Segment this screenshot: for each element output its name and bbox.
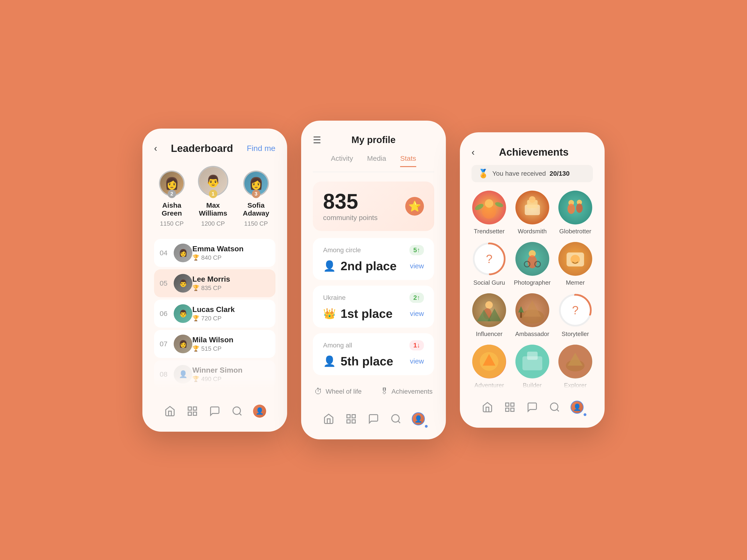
tab-activity[interactable]: Activity (331, 155, 353, 167)
list-cp-row-4: 🏆 840 CP (192, 254, 270, 261)
list-item-7[interactable]: 07 👩 Mila Wilson 🏆 515 CP (154, 330, 276, 358)
tab-media[interactable]: Media (367, 155, 386, 167)
top3-rank2[interactable]: 👩 2 Aisha Green 1150 CP (154, 170, 189, 227)
achievement-img-trendsetter (472, 191, 506, 224)
achievements-title: Achievements (474, 146, 593, 158)
points-number: 835 (323, 191, 378, 212)
svg-rect-1 (193, 407, 197, 410)
rank-badge-2: 2 (168, 190, 176, 198)
rank-card-circle: Among circle 5↑ 👤 2nd place view (313, 238, 434, 280)
view-link-2[interactable]: view (410, 310, 424, 318)
achievement-storyteller[interactable]: ? Storyteller (558, 293, 593, 338)
bottom-links: ⏱ Wheel of life 🎖 Achievements (313, 382, 434, 396)
nav-search[interactable] (231, 405, 244, 418)
view-link-3[interactable]: view (410, 357, 424, 365)
nav-grid-3[interactable] (503, 401, 516, 414)
rank-change-3: 1↓ (409, 340, 424, 350)
partial-ring-socialguru: ? (472, 242, 506, 276)
achievement-influencer[interactable]: Influencer (471, 293, 507, 338)
points-info: 835 community points (323, 191, 378, 222)
profile-screen: ☰ My profile Activity Media Stats 835 co… (301, 121, 446, 439)
svg-rect-57 (511, 403, 514, 406)
nav-home-3[interactable] (481, 401, 494, 414)
hamburger-icon[interactable]: ☰ (313, 135, 321, 145)
list-rank-7: 07 (160, 340, 174, 348)
svg-point-60 (550, 403, 558, 410)
achievements-icon: 🎖 (380, 387, 388, 396)
list-avatar-8: 👤 (174, 365, 192, 383)
nav-profile[interactable]: 👤 (253, 405, 266, 418)
achievement-name-wordsmith: Wordsmith (518, 228, 547, 235)
achievement-name-builder: Builder (523, 382, 542, 389)
achievement-adventurer[interactable]: Adventurer (471, 345, 507, 389)
back-button[interactable]: ‹ (154, 143, 157, 154)
list-item-6[interactable]: 06 👨 Lucas Clark 🏆 720 CP (154, 300, 276, 328)
achievement-name-influencer: Influencer (476, 330, 503, 338)
bottom-nav-3: 👤 (471, 394, 593, 416)
svg-rect-7 (352, 415, 355, 418)
top3-rank1[interactable]: 👨 1 Max Williams 1200 CP (194, 166, 232, 227)
achievement-ambassador[interactable]: Ambassador (514, 293, 551, 338)
list-cp-6: 720 CP (201, 315, 222, 322)
svg-rect-44 (520, 312, 522, 318)
achievement-globetrotter[interactable]: Globetrotter (558, 191, 593, 235)
achievements-link[interactable]: 🎖 Achievements (380, 387, 433, 396)
svg-rect-9 (352, 420, 355, 423)
achievement-trendsetter[interactable]: Trendsetter (471, 191, 507, 235)
achievement-explorer[interactable]: Explorer (558, 345, 593, 389)
avatar-wrap-rank1: 👨 1 (198, 166, 228, 196)
rank-section-label-1: Among circle (323, 246, 361, 254)
rank-card-circle-header: Among circle 5↑ (323, 245, 424, 255)
leaderboard-header: ‹ Leaderboard Find me (154, 142, 276, 154)
nav-profile-2[interactable]: 👤 (412, 412, 425, 425)
achievement-wordsmith[interactable]: Wordsmith (514, 191, 551, 235)
view-link-1[interactable]: view (410, 262, 424, 270)
achievements-back[interactable]: ‹ (471, 147, 474, 158)
svg-point-37 (485, 301, 493, 309)
nav-profile-3[interactable]: 👤 (570, 401, 584, 414)
rank-icon-1: 👤 (323, 260, 336, 272)
svg-rect-59 (511, 408, 514, 411)
list-info-6: Lucas Clark 🏆 720 CP (192, 305, 270, 322)
top3-rank3[interactable]: 👩 3 Sofia Adaway 1150 CP (236, 170, 276, 227)
nav-active-dot-3 (584, 413, 586, 416)
nav-home[interactable] (163, 405, 177, 418)
nav-msg-3[interactable] (526, 401, 539, 414)
list-cp-row-6: 🏆 720 CP (192, 315, 270, 322)
rank-place-1: 2nd place (341, 259, 396, 273)
list-item-highlighted[interactable]: 05 👨 Lee Morris 🏆 835 CP (154, 269, 276, 297)
nav-list[interactable] (186, 405, 199, 418)
nav-search-2[interactable] (389, 412, 403, 425)
list-info-5: Lee Morris 🏆 835 CP (192, 275, 270, 292)
nav-chat[interactable] (208, 405, 221, 418)
wheel-of-life-link[interactable]: ⏱ Wheel of life (314, 387, 362, 396)
svg-rect-2 (188, 412, 191, 415)
star-badge: ⭐ (405, 197, 424, 216)
find-me-button[interactable]: Find me (247, 144, 276, 153)
achievements-header: ‹ Achievements (471, 146, 593, 158)
achievement-name-trendsetter: Trendsetter (474, 228, 505, 235)
rank-section-label-2: Ukraine (323, 294, 345, 301)
achievement-img-adventurer (472, 345, 506, 378)
achievement-memer[interactable]: Memer (558, 242, 593, 286)
leaderboard-title: Leaderboard (171, 142, 233, 154)
svg-rect-52 (527, 352, 538, 360)
list-cp-row-8: 🏆 490 CP (192, 375, 270, 383)
list-item[interactable]: 04 👩 Emma Watson 🏆 840 CP (154, 239, 276, 267)
tab-stats[interactable]: Stats (400, 155, 416, 167)
nav-home-2[interactable] (322, 412, 335, 425)
list-cp-row-5: 🏆 835 CP (192, 285, 270, 292)
list-avatar-7: 👩 (174, 335, 192, 353)
list-item-8[interactable]: 08 👤 Winner Simon 🏆 490 CP (154, 360, 276, 388)
svg-rect-8 (347, 420, 350, 423)
achievement-socialguru[interactable]: ? Social Guru (471, 242, 507, 286)
achievement-builder[interactable]: Builder (514, 345, 551, 389)
list-name-4: Emma Watson (192, 244, 270, 253)
top3-name-1: Max Williams (194, 202, 232, 217)
list-info-7: Mila Wilson 🏆 515 CP (192, 336, 270, 352)
achievement-photographer[interactable]: Photographer (514, 242, 551, 286)
nav-search-3[interactable] (548, 401, 561, 414)
nav-grid-2[interactable] (344, 412, 358, 425)
nav-msg-2[interactable] (367, 412, 380, 425)
svg-point-4 (233, 407, 240, 415)
